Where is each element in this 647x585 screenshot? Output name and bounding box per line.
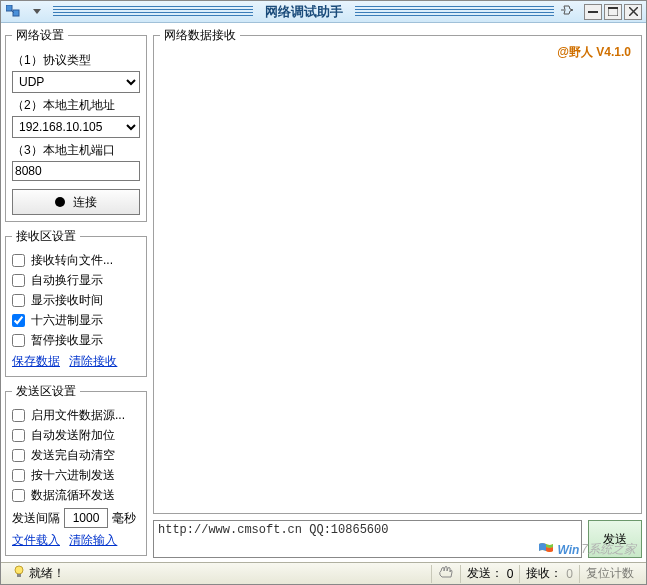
clear-input-link[interactable]: 清除输入 [69, 533, 117, 547]
status-ready-text: 就绪！ [29, 565, 65, 582]
interval-label-pre: 发送间隔 [12, 510, 60, 527]
send-settings-group: 发送区设置 启用文件数据源...自动发送附加位发送完自动清空按十六进制发送数据流… [5, 383, 147, 556]
send-opt-row-4: 数据流循环发送 [12, 487, 140, 504]
recv-opt-label-2: 显示接收时间 [31, 292, 103, 309]
minimize-button[interactable] [584, 4, 602, 20]
pin-icon[interactable] [558, 4, 578, 19]
send-opt-checkbox-0[interactable] [12, 409, 25, 422]
svg-rect-10 [17, 574, 21, 577]
protocol-label: （1）协议类型 [12, 52, 140, 69]
recv-data-group: 网络数据接收 @野人 V4.1.0 [153, 27, 642, 514]
send-opt-label-1: 自动发送附加位 [31, 427, 115, 444]
send-opt-label-2: 发送完自动清空 [31, 447, 115, 464]
svg-marker-3 [33, 9, 41, 14]
port-label: （3）本地主机端口 [12, 142, 140, 159]
recv-opt-row-4: 暂停接收显示 [12, 332, 140, 349]
host-select[interactable]: 192.168.10.105 [12, 116, 140, 138]
recv-opt-checkbox-3[interactable] [12, 314, 25, 327]
maximize-button[interactable] [604, 4, 622, 20]
recv-opt-label-1: 自动换行显示 [31, 272, 103, 289]
connect-button[interactable]: 连接 [12, 189, 140, 215]
send-opt-row-1: 自动发送附加位 [12, 427, 140, 444]
recv-settings-group: 接收区设置 接收转向文件...自动换行显示显示接收时间十六进制显示暂停接收显示 … [5, 228, 147, 377]
svg-point-9 [15, 566, 23, 574]
recv-opt-row-3: 十六进制显示 [12, 312, 140, 329]
recv-settings-legend: 接收区设置 [12, 228, 80, 245]
send-opt-checkbox-1[interactable] [12, 429, 25, 442]
send-button[interactable]: 发送 [588, 520, 642, 558]
svg-rect-6 [608, 7, 618, 9]
svg-rect-4 [588, 11, 598, 13]
send-count-value: 0 [507, 567, 514, 581]
send-textarea[interactable]: http://www.cmsoft.cn QQ:10865600 [153, 520, 582, 558]
recv-opt-checkbox-1[interactable] [12, 274, 25, 287]
network-settings-legend: 网络设置 [12, 27, 68, 44]
send-opt-checkbox-2[interactable] [12, 449, 25, 462]
interval-label-post: 毫秒 [112, 510, 136, 527]
recv-opt-label-4: 暂停接收显示 [31, 332, 103, 349]
recv-opt-row-0: 接收转向文件... [12, 252, 140, 269]
title-bar: 网络调试助手 [1, 1, 646, 23]
send-opt-checkbox-3[interactable] [12, 469, 25, 482]
send-opt-label-0: 启用文件数据源... [31, 407, 125, 424]
host-label: （2）本地主机地址 [12, 97, 140, 114]
send-opt-label-3: 按十六进制发送 [31, 467, 115, 484]
send-opt-row-3: 按十六进制发送 [12, 467, 140, 484]
title-decoration-right [355, 6, 555, 18]
recv-opt-label-3: 十六进制显示 [31, 312, 103, 329]
recv-count-value: 0 [566, 567, 573, 581]
hand-icon [438, 565, 454, 582]
recv-data-legend: 网络数据接收 [160, 27, 240, 44]
connect-button-label: 连接 [73, 194, 97, 211]
interval-input[interactable] [64, 508, 108, 528]
app-icon [3, 2, 23, 22]
send-opt-row-0: 启用文件数据源... [12, 407, 140, 424]
ready-bulb-icon [13, 565, 25, 582]
protocol-select[interactable]: UDP [12, 71, 140, 93]
dropdown-icon[interactable] [27, 2, 47, 22]
version-badge: @野人 V4.1.0 [160, 44, 635, 61]
window-title: 网络调试助手 [257, 3, 351, 21]
send-opt-row-2: 发送完自动清空 [12, 447, 140, 464]
recv-opt-label-0: 接收转向文件... [31, 252, 113, 269]
clear-recv-link[interactable]: 清除接收 [69, 354, 117, 368]
port-input[interactable] [12, 161, 140, 181]
file-load-link[interactable]: 文件载入 [12, 533, 60, 547]
recv-opt-checkbox-0[interactable] [12, 254, 25, 267]
close-button[interactable] [624, 4, 642, 20]
recv-opt-row-1: 自动换行显示 [12, 272, 140, 289]
connect-dot-icon [55, 197, 65, 207]
reset-count-button[interactable]: 复位计数 [579, 565, 640, 583]
save-data-link[interactable]: 保存数据 [12, 354, 60, 368]
title-decoration-left [53, 6, 253, 18]
send-opt-checkbox-4[interactable] [12, 489, 25, 502]
recv-opt-row-2: 显示接收时间 [12, 292, 140, 309]
send-count-label: 发送： [467, 565, 503, 582]
status-bar: 就绪！ 发送： 0 接收： 0 复位计数 [1, 562, 646, 584]
network-settings-group: 网络设置 （1）协议类型 UDP （2）本地主机地址 192.168.10.10… [5, 27, 147, 222]
recv-opt-checkbox-2[interactable] [12, 294, 25, 307]
window-controls [582, 4, 642, 20]
recv-opt-checkbox-4[interactable] [12, 334, 25, 347]
send-settings-legend: 发送区设置 [12, 383, 80, 400]
recv-textarea[interactable] [160, 63, 635, 507]
recv-count-label: 接收： [526, 565, 562, 582]
send-opt-label-4: 数据流循环发送 [31, 487, 115, 504]
